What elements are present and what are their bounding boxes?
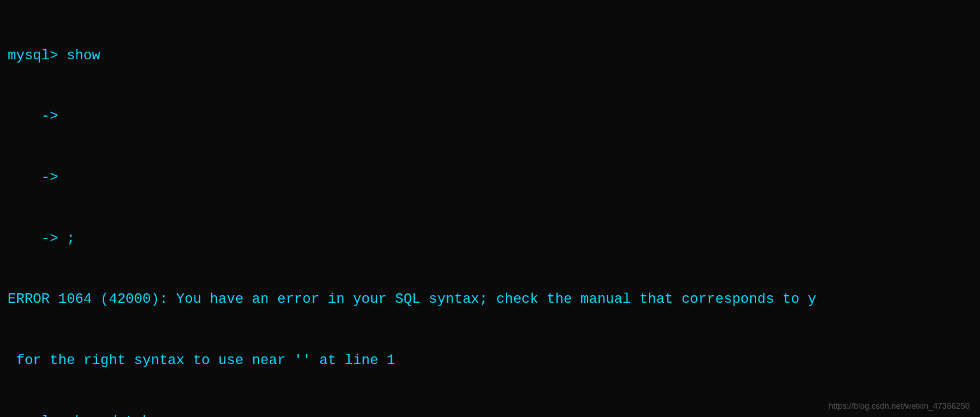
terminal-line-3: -> [8, 168, 972, 188]
terminal-line-7: mysql> show databases; [8, 412, 972, 417]
terminal-line-2: -> [8, 106, 972, 127]
terminal-window: mysql> show -> -> -> ; ERROR 1064 (42000… [8, 5, 972, 412]
watermark: https://blog.csdn.net/weixin_47366250 [829, 401, 970, 411]
terminal-line-1: mysql> show [8, 46, 972, 66]
terminal-line-4: -> ; [8, 229, 972, 249]
terminal-line-5: ERROR 1064 (42000): You have an error in… [8, 289, 972, 310]
terminal-line-6: for the right syntax to use near '' at l… [8, 351, 972, 371]
